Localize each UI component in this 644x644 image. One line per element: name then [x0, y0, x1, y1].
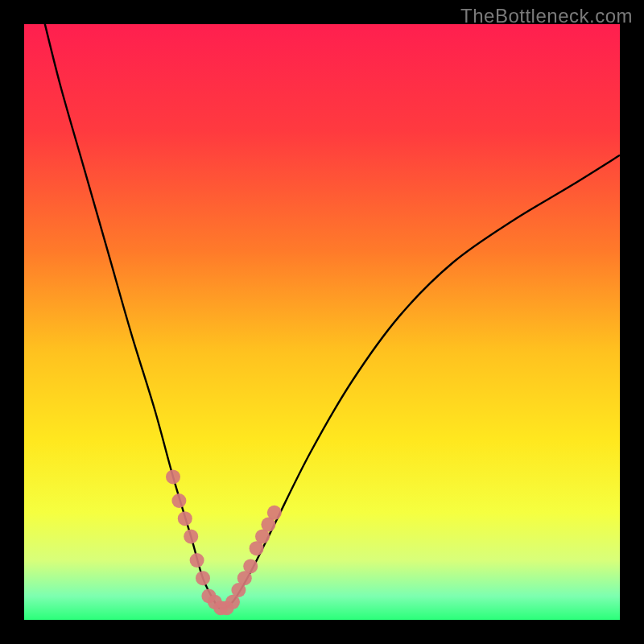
- marker-point: [171, 493, 186, 508]
- marker-point: [178, 511, 192, 526]
- bottleneck-curve: [42, 12, 620, 608]
- marker-point: [184, 529, 198, 543]
- outer-frame: TheBottleneck.com: [0, 0, 644, 644]
- marker-point: [267, 506, 282, 520]
- highlighted-points: [166, 469, 282, 615]
- chart-svg: [24, 24, 620, 620]
- watermark-text: TheBottleneck.com: [460, 5, 633, 27]
- marker-point: [166, 469, 180, 484]
- marker-point: [243, 559, 258, 573]
- plot-area: [24, 24, 620, 620]
- marker-point: [190, 553, 204, 568]
- marker-point: [196, 571, 210, 585]
